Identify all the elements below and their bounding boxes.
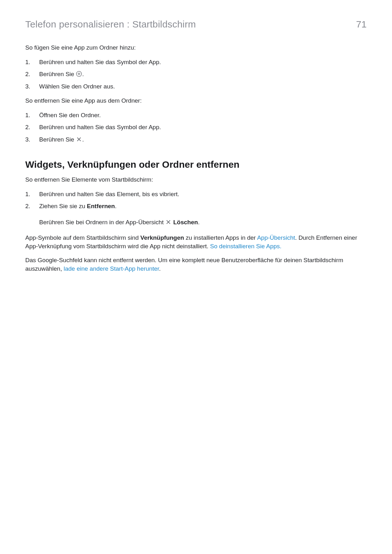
- list-text: Wählen Sie den Ordner aus.: [39, 82, 367, 91]
- text-fragment: .: [115, 203, 117, 209]
- remove-steps: 1. Öffnen Sie den Ordner. 2. Berühren un…: [25, 111, 367, 144]
- close-icon: [165, 219, 172, 225]
- text-fragment: .: [159, 265, 161, 272]
- list-item: 1. Berühren und halten Sie das Symbol de…: [25, 58, 367, 67]
- list-number: 1.: [25, 58, 39, 67]
- list-text: Berühren und halten Sie das Element, bis…: [39, 190, 367, 199]
- list-text: Ziehen Sie sie zu Entfernen.: [39, 202, 367, 211]
- text-fragment: zu installierten Apps in der: [184, 234, 257, 241]
- list-item: 2. Berühren und halten Sie das Symbol de…: [25, 123, 367, 132]
- bold-text: Löschen: [173, 219, 198, 226]
- list-item: 3. Berühren Sie .: [25, 135, 367, 144]
- text-fragment: Ziehen Sie sie zu: [39, 203, 87, 209]
- text-fragment: .: [82, 136, 84, 143]
- list-number: 1.: [25, 190, 39, 199]
- paragraph: Das Google-Suchfeld kann nicht entfernt …: [25, 256, 367, 273]
- bold-text: Verknüpfungen: [140, 234, 184, 241]
- list-number: 2.: [25, 70, 39, 79]
- list-text: Berühren Sie .: [39, 70, 367, 79]
- link-app-overview[interactable]: App-Übersicht: [257, 234, 295, 241]
- text-fragment: .: [198, 219, 200, 226]
- breadcrumb: Telefon personalisieren : Startbildschir…: [25, 19, 196, 30]
- text-fragment: Berühren Sie: [39, 71, 76, 77]
- page-body: So fügen Sie eine App zum Ordner hinzu: …: [25, 44, 367, 273]
- list-text: Öffnen Sie den Ordner.: [39, 111, 367, 120]
- paragraph: App-Symbole auf dem Startbildschirm sind…: [25, 234, 367, 250]
- add-steps: 1. Berühren und halten Sie das Symbol de…: [25, 58, 367, 91]
- list-number: 1.: [25, 111, 39, 120]
- link-download-launcher[interactable]: lade eine andere Start-App herunter: [63, 265, 159, 272]
- close-icon: [76, 136, 82, 142]
- list-text: Berühren und halten Sie das Symbol der A…: [39, 58, 367, 67]
- page-number: 71: [356, 19, 367, 30]
- widgets-intro: So entfernen Sie Elemente vom Startbilds…: [25, 176, 367, 184]
- list-item: 1. Öffnen Sie den Ordner.: [25, 111, 367, 120]
- list-number: 2.: [25, 202, 39, 211]
- text-fragment: Berühren Sie bei Ordnern in der App-Über…: [39, 219, 165, 226]
- list-item: 2. Berühren Sie .: [25, 70, 367, 79]
- circled-plus-icon: [76, 71, 82, 77]
- list-item: 2. Ziehen Sie sie zu Entfernen.: [25, 202, 367, 211]
- section-add-intro: So fügen Sie eine App zum Ordner hinzu:: [25, 44, 367, 52]
- section-remove-intro: So entfernen Sie eine App aus dem Ordner…: [25, 97, 367, 105]
- section-heading: Widgets, Verknüpfungen oder Ordner entfe…: [25, 159, 367, 170]
- widgets-steps: 1. Berühren und halten Sie das Element, …: [25, 190, 367, 211]
- list-number: 3.: [25, 82, 39, 91]
- page-header: Telefon personalisieren : Startbildschir…: [25, 19, 367, 30]
- list-item: 3. Wählen Sie den Ordner aus.: [25, 82, 367, 91]
- document-page: Telefon personalisieren : Startbildschir…: [0, 0, 392, 554]
- text-fragment: Berühren Sie: [39, 136, 76, 143]
- folder-delete-note: Berühren Sie bei Ordnern in der App-Über…: [39, 218, 367, 227]
- list-text: Berühren und halten Sie das Symbol der A…: [39, 123, 367, 132]
- list-item: 1. Berühren und halten Sie das Element, …: [25, 190, 367, 199]
- link-uninstall-apps[interactable]: So deinstallieren Sie Apps.: [210, 243, 281, 250]
- list-number: 2.: [25, 123, 39, 132]
- text-fragment: .: [82, 71, 84, 77]
- bold-text: Entfernen: [87, 203, 115, 209]
- list-number: 3.: [25, 135, 39, 144]
- list-text: Berühren Sie .: [39, 135, 367, 144]
- text-fragment: App-Symbole auf dem Startbildschirm sind: [25, 234, 140, 241]
